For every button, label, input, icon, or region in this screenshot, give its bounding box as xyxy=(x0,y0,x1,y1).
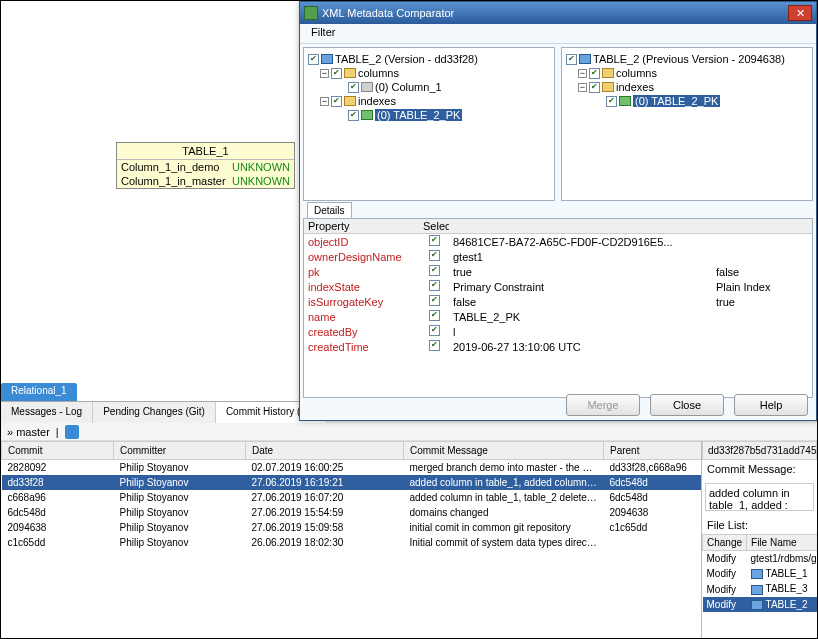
property-row[interactable]: ownerDesignNamegtest1 xyxy=(304,249,812,264)
app-icon xyxy=(304,6,318,20)
branch-bar: » master | xyxy=(1,423,817,441)
commit-row[interactable]: dd33f28Philip Stoyanov27.06.2019 16:19:2… xyxy=(2,475,702,490)
table-icon xyxy=(579,54,591,64)
property-row[interactable]: createdByl xyxy=(304,324,812,339)
dialog-titlebar[interactable]: XML Metadata Comparator ✕ xyxy=(300,2,816,24)
canvas-column-row: Column_1_in_masterUNKNOWN xyxy=(117,174,294,188)
collapse-icon[interactable]: − xyxy=(320,69,329,78)
checkbox[interactable] xyxy=(429,295,440,306)
checkbox[interactable] xyxy=(566,54,577,65)
property-row[interactable]: objectID84681CE7-BA72-A65C-FD0F-CD2D916E… xyxy=(304,234,812,249)
collapse-icon[interactable]: − xyxy=(578,83,587,92)
property-row[interactable]: indexStatePrimary ConstraintPlain Index xyxy=(304,279,812,294)
canvas-table-title: TABLE_1 xyxy=(117,143,294,160)
filter-button[interactable]: Filter xyxy=(306,24,340,40)
checkbox[interactable] xyxy=(348,110,359,121)
xml-comparator-dialog: XML Metadata Comparator ✕ Filter TABLE_2… xyxy=(299,1,817,421)
right-tree[interactable]: TABLE_2 (Previous Version - 2094638)−col… xyxy=(561,47,813,201)
commit-hash-header: dd33f287b5d731add745a58 xyxy=(702,441,817,460)
checkbox[interactable] xyxy=(429,235,440,246)
checkbox[interactable] xyxy=(429,325,440,336)
checkbox[interactable] xyxy=(429,340,440,351)
commit-message-label: Commit Message: xyxy=(702,460,817,478)
column-icon xyxy=(361,82,373,92)
checkbox[interactable] xyxy=(429,280,440,291)
tree-node-selected[interactable]: (0) TABLE_2_PK xyxy=(375,109,462,121)
column-header[interactable]: Commit xyxy=(2,442,114,460)
commit-row[interactable]: 2094638Philip Stoyanov27.06.2019 15:09:5… xyxy=(2,520,702,535)
checkbox[interactable] xyxy=(331,68,342,79)
canvas-column-row: Column_1_in_demoUNKNOWN xyxy=(117,160,294,174)
collapse-icon[interactable]: − xyxy=(578,69,587,78)
close-icon[interactable]: ✕ xyxy=(788,5,812,21)
column-header[interactable]: Change xyxy=(703,535,747,551)
checkbox[interactable] xyxy=(429,265,440,276)
tree-node-selected[interactable]: (0) TABLE_2_PK xyxy=(633,95,720,107)
column-header[interactable]: Date xyxy=(246,442,404,460)
branch-indicator[interactable]: » master xyxy=(7,426,50,438)
refresh-icon[interactable] xyxy=(65,425,79,439)
file-row[interactable]: ModifyTABLE_3 xyxy=(703,581,819,596)
column-header[interactable]: Committer xyxy=(114,442,246,460)
details-grid[interactable]: Property Selected objectID84681CE7-BA72-… xyxy=(303,218,813,398)
column-header[interactable]: File Name xyxy=(747,535,818,551)
property-row[interactable]: nameTABLE_2_PK xyxy=(304,309,812,324)
bottom-tab[interactable]: Pending Changes (Git) xyxy=(93,402,216,423)
checkbox[interactable] xyxy=(429,310,440,321)
file-row[interactable]: ModifyTABLE_1 xyxy=(703,566,819,581)
commit-row[interactable]: c1c65ddPhilip Stoyanov26.06.2019 18:02:3… xyxy=(2,535,702,550)
checkbox[interactable] xyxy=(429,250,440,261)
checkbox[interactable] xyxy=(348,82,359,93)
folder-icon xyxy=(602,68,614,78)
details-tab[interactable]: Details xyxy=(307,202,352,218)
table-icon xyxy=(751,569,763,579)
merge-button: Merge xyxy=(566,394,640,416)
commit-row[interactable]: 6dc548dPhilip Stoyanov27.06.2019 15:54:5… xyxy=(2,505,702,520)
column-header[interactable]: Parent xyxy=(604,442,702,460)
checkbox[interactable] xyxy=(589,82,600,93)
file-row[interactable]: Modifygtest1/rdbms/gtest xyxy=(703,551,819,567)
key-icon xyxy=(619,96,631,106)
file-list-label: File List: xyxy=(702,516,817,534)
folder-icon xyxy=(602,82,614,92)
table-icon xyxy=(751,585,763,595)
key-icon xyxy=(361,110,373,120)
folder-icon xyxy=(344,68,356,78)
close-button[interactable]: Close xyxy=(650,394,724,416)
checkbox[interactable] xyxy=(331,96,342,107)
table-icon xyxy=(751,600,763,610)
property-row[interactable]: createdTime2019-06-27 13:10:06 UTC xyxy=(304,339,812,354)
canvas-table[interactable]: TABLE_1 Column_1_in_demoUNKNOWNColumn_1_… xyxy=(116,142,295,189)
relational-tab[interactable]: Relational_1 xyxy=(1,383,77,401)
checkbox[interactable] xyxy=(606,96,617,107)
checkbox[interactable] xyxy=(308,54,319,65)
folder-icon xyxy=(344,96,356,106)
bottom-tab[interactable]: Messages - Log xyxy=(1,402,93,423)
commit-message-box: added column in table_1, added : xyxy=(705,483,814,511)
property-row[interactable]: isSurrogateKeyfalsetrue xyxy=(304,294,812,309)
table-icon xyxy=(321,54,333,64)
commit-history-table[interactable]: CommitCommitterDateCommit MessageParent … xyxy=(1,441,701,550)
checkbox[interactable] xyxy=(589,68,600,79)
commit-row[interactable]: c668a96Philip Stoyanov27.06.2019 16:07:2… xyxy=(2,490,702,505)
property-row[interactable]: pktruefalse xyxy=(304,264,812,279)
commit-row[interactable]: 2828092Philip Stoyanov02.07.2019 16:00:2… xyxy=(2,460,702,476)
commit-detail-panel: dd33f287b5d731add745a58 Commit Message: … xyxy=(701,441,817,638)
column-header[interactable]: Commit Message xyxy=(404,442,604,460)
file-list-table[interactable]: ChangeFile Name Modifygtest1/rdbms/gtest… xyxy=(702,534,818,612)
collapse-icon[interactable]: − xyxy=(320,97,329,106)
file-row[interactable]: ModifyTABLE_2 xyxy=(703,597,819,612)
left-tree[interactable]: TABLE_2 (Version - dd33f28)−columns(0) C… xyxy=(303,47,555,201)
help-button[interactable]: Help xyxy=(734,394,808,416)
